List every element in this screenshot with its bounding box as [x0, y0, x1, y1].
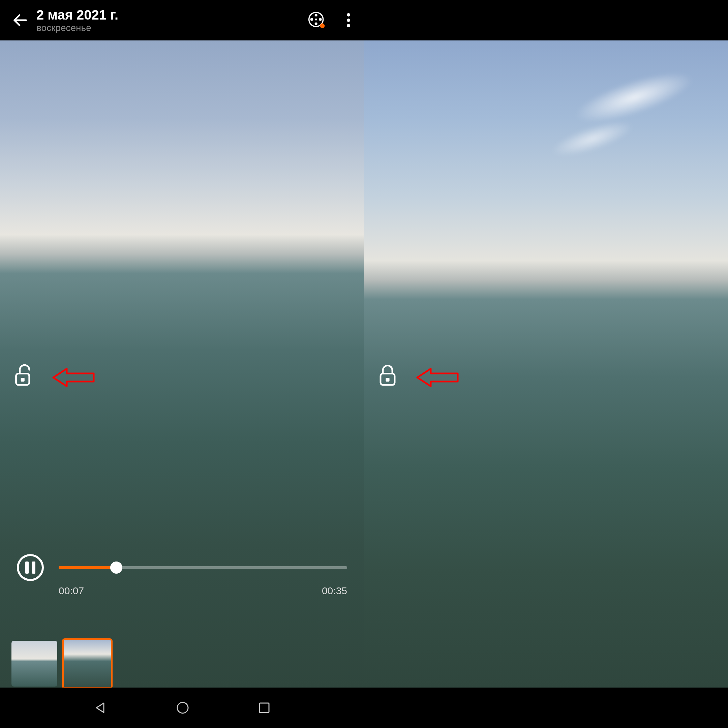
right-pane: [364, 40, 728, 688]
svg-point-8: [347, 13, 350, 17]
thumbnail-strip[interactable]: [11, 638, 113, 688]
thumbnail-2-selected[interactable]: [62, 638, 113, 688]
triangle-back-icon: [93, 700, 108, 715]
top-actions: [0, 0, 364, 40]
screen-lock-toggle-unlocked[interactable]: [14, 364, 34, 388]
total-time-label: 00:35: [322, 585, 347, 596]
svg-rect-14: [385, 378, 389, 382]
svg-point-5: [315, 22, 318, 25]
film-reel-icon: [307, 11, 326, 30]
unlock-icon: [14, 364, 33, 387]
left-pane: 00:07 00:35: [0, 40, 364, 688]
seek-bar[interactable]: [59, 561, 347, 574]
svg-point-15: [177, 702, 188, 713]
svg-point-10: [347, 24, 350, 27]
annotation-arrow-left: [50, 364, 98, 391]
svg-point-6: [315, 18, 317, 21]
svg-rect-12: [21, 378, 24, 382]
more-options-button[interactable]: [346, 12, 350, 28]
pause-button[interactable]: [17, 554, 44, 581]
nav-home-button[interactable]: [175, 700, 190, 715]
screen-lock-toggle-locked[interactable]: [378, 364, 398, 388]
arrow-left-annotation-icon: [414, 364, 462, 391]
more-vertical-icon: [346, 12, 350, 28]
svg-point-3: [310, 18, 313, 21]
film-reel-button[interactable]: [307, 11, 326, 30]
player-controls: 00:07 00:35: [0, 554, 364, 596]
svg-rect-16: [260, 703, 269, 713]
svg-point-4: [319, 18, 321, 21]
svg-point-7: [320, 23, 324, 28]
nav-recents-button[interactable]: [257, 701, 271, 714]
pause-icon: [25, 561, 35, 574]
svg-point-9: [347, 18, 350, 22]
android-nav-bar: [0, 688, 364, 728]
square-recents-icon: [257, 701, 271, 714]
seek-track-fill: [59, 566, 116, 569]
annotation-arrow-right: [414, 364, 462, 391]
svg-point-2: [315, 14, 318, 17]
comparison-panes: 00:07 00:35: [0, 40, 728, 688]
current-time-label: 00:07: [59, 585, 84, 596]
lock-icon: [378, 364, 397, 387]
thumbnail-1[interactable]: [11, 641, 57, 687]
arrow-left-annotation-icon: [50, 364, 98, 391]
nav-back-button[interactable]: [93, 700, 108, 715]
app-root: 2 мая 2021 г. воскресенье: [0, 0, 728, 728]
circle-home-icon: [175, 700, 190, 715]
seek-thumb[interactable]: [110, 561, 122, 574]
